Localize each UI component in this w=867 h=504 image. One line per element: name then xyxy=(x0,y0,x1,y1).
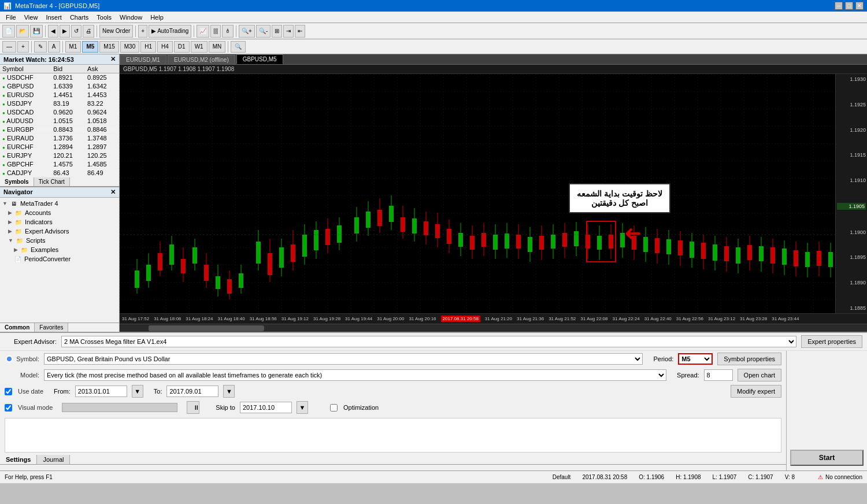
tab-common[interactable]: Common xyxy=(0,323,35,332)
menu-file[interactable]: File xyxy=(2,13,20,22)
tf-crosshair[interactable]: + xyxy=(17,41,29,53)
tf-abc[interactable]: A xyxy=(48,41,60,53)
print-button[interactable]: 🖨 xyxy=(83,25,94,38)
nav-metatrader4[interactable]: ▼ 🖥 MetaTrader 4 xyxy=(0,199,119,208)
restore-button[interactable]: □ xyxy=(845,2,853,10)
market-row[interactable]: ● GBPUSD 1.6339 1.6342 xyxy=(0,82,119,91)
market-row[interactable]: ● EURCHF 1.2894 1.2897 xyxy=(0,143,119,151)
market-row[interactable]: ● CADJPY 86.43 86.49 xyxy=(0,169,119,177)
tf-line[interactable]: — xyxy=(2,41,16,53)
zoom-out-btn[interactable]: 🔍- xyxy=(256,25,271,38)
from-date-picker[interactable]: ▼ xyxy=(132,385,143,398)
new-chart-button[interactable]: 📄 xyxy=(2,25,15,38)
tf-h4[interactable]: H4 xyxy=(157,41,173,53)
open-chart-button[interactable]: Open chart xyxy=(738,369,781,381)
market-row[interactable]: ● AUDUSD 1.0515 1.0518 xyxy=(0,117,119,125)
candlestick-chart[interactable]: لاحظ توقيت بداية الشمعه اصبح كل دقيقتين … xyxy=(120,74,867,313)
save-button[interactable]: 💾 xyxy=(30,25,43,38)
visual-mode-checkbox[interactable] xyxy=(5,404,12,412)
chart-zoom-in[interactable]: + xyxy=(138,25,147,38)
nav-period-converter[interactable]: 📄 PeriodConverter xyxy=(0,254,119,264)
scroll-right-btn[interactable]: ⇥ xyxy=(283,25,294,38)
autotrading-button[interactable]: ▶ AutoTrading xyxy=(149,25,191,38)
tab-symbols[interactable]: Symbols xyxy=(0,177,34,186)
tf-h1[interactable]: H1 xyxy=(140,41,156,53)
from-date-input[interactable] xyxy=(75,386,127,397)
menu-view[interactable]: View xyxy=(21,13,42,22)
use-date-checkbox[interactable] xyxy=(5,388,12,395)
tab-favorites[interactable]: Favorites xyxy=(35,323,68,332)
pause-button[interactable]: ⏸ xyxy=(187,401,199,414)
scrollbar-thumb[interactable] xyxy=(149,325,264,331)
market-row[interactable]: ● USDCHF 0.8921 0.8925 xyxy=(0,73,119,82)
svg-rect-68 xyxy=(528,237,532,252)
menu-window[interactable]: Window xyxy=(116,13,146,22)
forward-button[interactable]: ▶ xyxy=(60,25,70,38)
tf-d1[interactable]: D1 xyxy=(174,41,190,53)
tf-m5[interactable]: M5 xyxy=(82,41,98,53)
bar-chart-btn[interactable]: ||| xyxy=(210,25,221,38)
close-button[interactable]: ✕ xyxy=(855,2,864,10)
navigator-close[interactable]: ✕ xyxy=(110,188,116,196)
candle-chart-btn[interactable]: 🕯 xyxy=(222,25,234,38)
market-row[interactable]: ● GBPCHF 1.4575 1.4585 xyxy=(0,160,119,169)
symbol-properties-button[interactable]: Symbol properties xyxy=(717,353,781,365)
tf-m15[interactable]: M15 xyxy=(99,41,118,53)
tester-ea-select[interactable]: 2 MA Crosses Mega filter EA V1.ex4 xyxy=(61,336,796,347)
svg-rect-98 xyxy=(701,243,706,259)
tab-eurusd-m1[interactable]: EURUSD,M1 xyxy=(120,55,166,64)
tester-symbol-select[interactable]: GBPUSD, Great Britain Pound vs US Dollar xyxy=(44,353,643,365)
refresh-button[interactable]: ↺ xyxy=(71,25,81,38)
tab-settings[interactable]: Settings xyxy=(0,455,37,464)
nav-examples[interactable]: ▶ 📁 Examples xyxy=(0,245,119,254)
market-watch-close[interactable]: ✕ xyxy=(110,55,116,63)
chart-wrapper[interactable]: لاحظ توقيت بداية الشمعه اصبح كل دقيقتين … xyxy=(120,74,867,332)
nav-scripts[interactable]: ▼ 📁 Scripts xyxy=(0,236,119,245)
skip-to-picker[interactable]: ▼ xyxy=(297,401,308,414)
market-row[interactable]: ● EURAUD 1.3736 1.3748 xyxy=(0,134,119,143)
minimize-button[interactable]: ─ xyxy=(835,2,843,10)
tf-m1[interactable]: M1 xyxy=(65,41,81,53)
spread-input[interactable] xyxy=(704,369,733,381)
new-order-button[interactable]: New Order xyxy=(99,25,133,38)
tf-m30[interactable]: M30 xyxy=(120,41,139,53)
tf-search[interactable]: 🔍 xyxy=(231,41,246,53)
tab-gbpusd-m5[interactable]: GBPUSD,M5 xyxy=(236,54,283,64)
nav-indicators[interactable]: ▶ 📁 Indicators xyxy=(0,217,119,227)
market-row[interactable]: ● EURUSD 1.4451 1.4453 xyxy=(0,91,119,99)
scroll-end-btn[interactable]: ⇤ xyxy=(295,25,305,38)
start-button[interactable]: Start xyxy=(790,450,864,466)
line-chart-btn[interactable]: 📈 xyxy=(197,25,209,38)
menu-insert[interactable]: Insert xyxy=(42,13,65,22)
expert-properties-button[interactable]: Expert properties xyxy=(801,335,862,348)
market-row[interactable]: ● USDCAD 0.9620 0.9624 xyxy=(0,108,119,117)
to-date-picker[interactable]: ▼ xyxy=(223,385,235,398)
tf-mn[interactable]: MN xyxy=(209,41,226,53)
tf-w1[interactable]: W1 xyxy=(191,41,208,53)
svg-rect-72 xyxy=(551,235,555,249)
menu-charts[interactable]: Charts xyxy=(66,13,92,22)
skip-to-input[interactable] xyxy=(240,402,292,413)
nav-accounts[interactable]: ▶ 📁 Accounts xyxy=(0,208,119,217)
back-button[interactable]: ◀ xyxy=(48,25,58,38)
open-button[interactable]: 📂 xyxy=(16,25,29,38)
tab-tick-chart[interactable]: Tick Chart xyxy=(34,177,70,186)
market-row[interactable]: ● USDJPY 83.19 83.22 xyxy=(0,99,119,108)
menu-tools[interactable]: Tools xyxy=(93,13,115,22)
tester-period-select[interactable]: M5 xyxy=(678,353,713,365)
nav-expert-advisors[interactable]: ▶ 📁 Expert Advisors xyxy=(0,227,119,236)
zoom-in-btn[interactable]: 🔍+ xyxy=(239,25,255,38)
tester-model-select[interactable]: Every tick (the most precise method base… xyxy=(44,369,666,381)
modify-expert-button[interactable]: Modify expert xyxy=(731,385,781,398)
menu-help[interactable]: Help xyxy=(147,13,167,22)
optimization-checkbox[interactable] xyxy=(330,404,338,412)
tf-pen[interactable]: ✎ xyxy=(34,41,47,53)
full-screen-btn[interactable]: ⊞ xyxy=(272,25,282,38)
to-date-input[interactable] xyxy=(166,386,218,397)
market-row[interactable]: ● EURJPY 120.21 120.25 xyxy=(0,151,119,160)
price-axis: 1.1930 1.1925 1.1920 1.1915 1.1910 1.190… xyxy=(835,74,867,313)
tab-journal[interactable]: Journal xyxy=(37,455,70,464)
market-row[interactable]: ● EURGBP 0.8843 0.8846 xyxy=(0,125,119,134)
tab-eurusd-m2[interactable]: EURUSD,M2 (offline) xyxy=(168,55,235,64)
horizontal-scrollbar[interactable] xyxy=(120,324,867,332)
